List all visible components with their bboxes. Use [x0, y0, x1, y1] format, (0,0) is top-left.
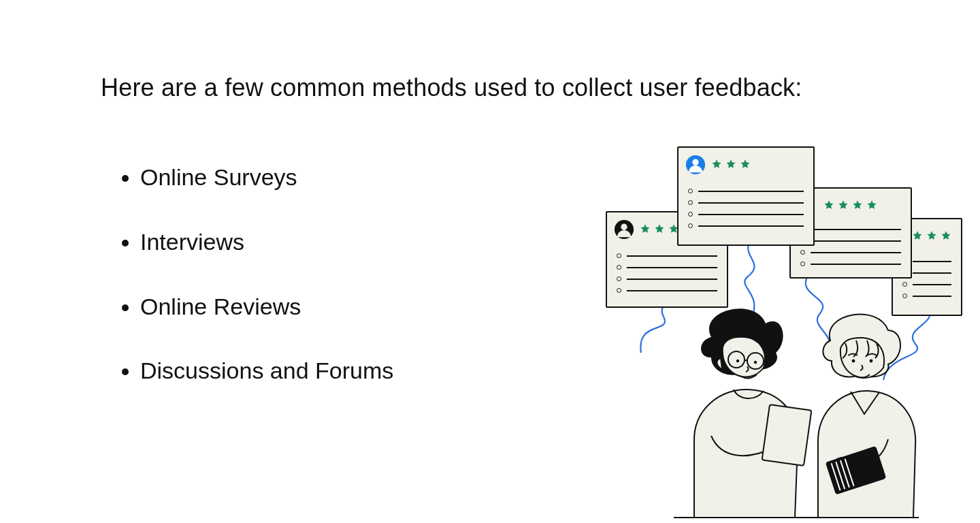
svg-rect-10 [762, 405, 812, 466]
avatar-icon [614, 219, 634, 240]
bullet-item: Discussions and Forums [140, 357, 393, 385]
feedback-illustration [592, 136, 973, 518]
star-icon [823, 200, 834, 210]
review-lines-icon [800, 227, 901, 273]
svg-point-3 [621, 224, 627, 230]
star-rating [912, 230, 951, 241]
star-icon [852, 200, 863, 210]
review-card [677, 146, 815, 246]
review-lines-icon [617, 253, 717, 300]
star-icon [654, 223, 665, 234]
svg-point-1 [692, 159, 698, 165]
avatar-icon [685, 155, 706, 175]
star-rating [711, 159, 751, 170]
svg-point-8 [736, 360, 739, 362]
star-icon [711, 159, 722, 170]
star-icon [912, 230, 923, 241]
star-rating [640, 223, 679, 234]
review-lines-icon [688, 189, 804, 235]
bullet-item: Online Surveys [140, 163, 393, 191]
svg-point-12 [870, 360, 873, 363]
star-icon [725, 159, 736, 170]
bullet-item: Online Reviews [140, 293, 393, 321]
bullet-item: Interviews [140, 228, 393, 256]
star-rating [823, 200, 877, 210]
bullet-list: Online Surveys Interviews Online Reviews… [122, 163, 393, 422]
slide-heading: Here are a few common methods used to co… [101, 74, 802, 102]
star-icon [740, 159, 751, 170]
star-icon [640, 223, 651, 234]
star-icon [838, 200, 849, 210]
star-icon [866, 200, 877, 210]
star-icon [926, 230, 937, 241]
people-reading-icon [647, 300, 939, 523]
svg-point-9 [754, 361, 757, 364]
svg-point-11 [852, 360, 855, 363]
star-icon [941, 230, 951, 241]
